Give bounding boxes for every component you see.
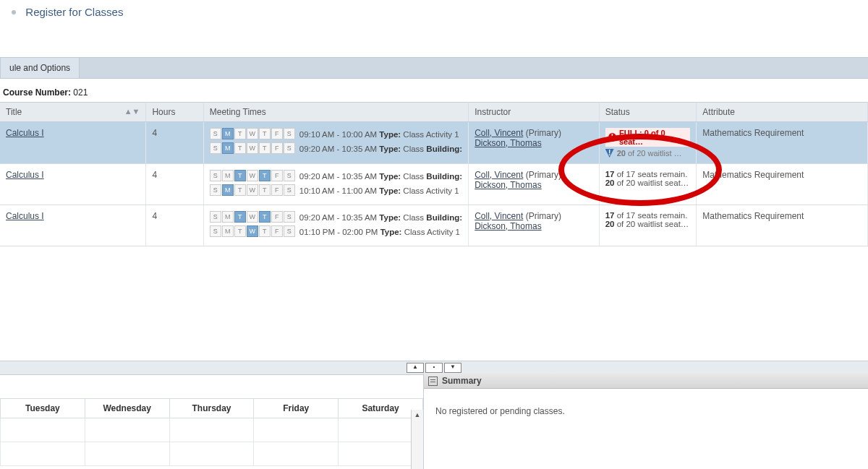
day-box: S [284,211,295,223]
day-box: W [247,211,258,223]
day-box: T [234,184,246,196]
bullet-icon [12,10,16,14]
day-box: S [210,128,221,139]
day-box: T [234,142,246,154]
summary-icon [428,377,438,386]
status-cell: ! FULL: 0 of 0 seat…!20 of 20 waitlist … [599,122,697,164]
col-meeting[interactable]: Meeting Times [203,103,468,122]
schedule-day-header: Thursday [169,399,254,418]
meeting-cell: SMTWTFS09:20 AM - 10:35 AM Type: Class B… [203,164,468,205]
splitter-down-icon[interactable]: ▼ [444,363,461,373]
day-box: M [222,170,234,181]
day-box: T [259,170,271,181]
tab-bar: ule and Options [0,57,868,79]
instructor-link[interactable]: Coll, Vincent [475,170,523,180]
day-box: W [247,225,258,237]
day-box: S [284,170,295,181]
status-full-badge: ! FULL: 0 of 0 seat… [605,128,691,147]
attribute-cell: Mathematics Requirement [697,205,868,246]
day-box: W [247,170,258,181]
instructor-cell: Coll, Vincent (Primary)Dickson, Thomas [469,205,599,246]
day-box: M [222,128,234,139]
day-box: T [259,184,271,196]
hours-cell: 4 [146,164,203,205]
day-box: F [271,170,283,181]
col-title-label: Title [6,107,22,117]
day-box: T [234,170,246,181]
day-box: T [234,211,246,223]
day-box: T [259,142,271,154]
day-box: M [222,184,234,196]
day-box: F [271,128,283,139]
schedule-scrollbar[interactable]: ▲ [411,410,423,469]
lower-panels: TuesdayWednesdayThursdayFridaySaturday ▲… [0,374,868,469]
day-box: S [210,142,221,154]
instructor-link[interactable]: Dickson, Thomas [475,138,541,148]
course-title-link[interactable]: Calculus I [6,211,44,221]
day-box: W [247,184,258,196]
meeting-cell: SMTWTFS09:10 AM - 10:00 AM Type: Class A… [203,122,468,164]
day-box: S [210,225,221,237]
schedule-grid: TuesdayWednesdayThursdayFridaySaturday [0,398,423,466]
day-box: S [210,170,221,181]
schedule-day-header: Saturday [339,399,423,418]
col-hours[interactable]: Hours [146,103,203,122]
day-box: T [234,128,246,139]
status-cell: 17 of 17 seats remain.20 of 20 waitlist … [599,205,697,246]
instructor-link[interactable]: Coll, Vincent [475,128,523,138]
day-box: M [222,142,234,154]
course-number-header: Course Number: 021 [0,79,868,102]
day-box: F [271,225,283,237]
table-row[interactable]: Calculus I4SMTWTFS09:20 AM - 10:35 AM Ty… [0,205,868,246]
tab-schedule-options[interactable]: ule and Options [0,58,80,78]
summary-panel: Summary No registered or pending classes… [424,374,868,469]
day-box: T [259,225,271,237]
attribute-cell: Mathematics Requirement [697,122,868,164]
course-title-link[interactable]: Calculus I [6,170,44,180]
course-title-link[interactable]: Calculus I [6,128,44,138]
instructor-cell: Coll, Vincent (Primary)Dickson, Thomas [469,122,599,164]
day-box: T [259,211,271,223]
day-box: M [222,211,234,223]
instructor-link[interactable]: Coll, Vincent [475,211,523,221]
info-icon: ! [605,149,614,158]
panel-splitter[interactable]: ▲ • ▼ [0,361,868,375]
table-row[interactable]: Calculus I4SMTWTFS09:20 AM - 10:35 AM Ty… [0,164,868,205]
meeting-cell: SMTWTFS09:20 AM - 10:35 AM Type: Class B… [203,205,468,246]
summary-empty-text: No registered or pending classes. [424,389,868,434]
day-box: S [284,225,295,237]
col-attribute[interactable]: Attribute [697,103,868,122]
hours-cell: 4 [146,205,203,246]
sort-icon[interactable]: ▲▼ [124,107,140,116]
day-box: F [271,184,283,196]
col-title[interactable]: Title ▲▼ [0,103,146,122]
splitter-up-icon[interactable]: ▲ [407,363,424,373]
day-box: T [259,128,271,139]
day-box: S [210,184,221,196]
instructor-link[interactable]: Dickson, Thomas [475,180,541,190]
day-box: F [271,211,283,223]
col-status[interactable]: Status [599,103,697,122]
day-box: M [222,225,234,237]
alert-icon: ! [608,133,616,142]
day-box: S [284,184,295,196]
scroll-up-icon[interactable]: ▲ [412,410,423,420]
instructor-link[interactable]: Dickson, Thomas [475,221,541,231]
instructor-cell: Coll, Vincent (Primary)Dickson, Thomas [469,164,599,205]
schedule-day-header: Tuesday [1,399,85,418]
course-number-value: 021 [73,87,88,98]
table-row[interactable]: Calculus I4SMTWTFS09:10 AM - 10:00 AM Ty… [0,122,868,164]
status-cell: 17 of 17 seats remain.20 of 20 waitlist … [599,164,697,205]
page-header: Register for Classes [0,0,868,40]
day-box: F [271,142,283,154]
summary-title: Summary [442,376,482,386]
col-instructor[interactable]: Instructor [469,103,599,122]
day-box: W [247,142,258,154]
course-number-label: Course Number: [3,87,71,98]
splitter-mid-icon[interactable]: • [425,363,443,373]
day-box: T [234,225,246,237]
summary-header: Summary [424,374,868,389]
day-box: S [210,211,221,223]
schedule-day-header: Friday [254,399,339,418]
schedule-panel: TuesdayWednesdayThursdayFridaySaturday ▲ [0,374,424,469]
